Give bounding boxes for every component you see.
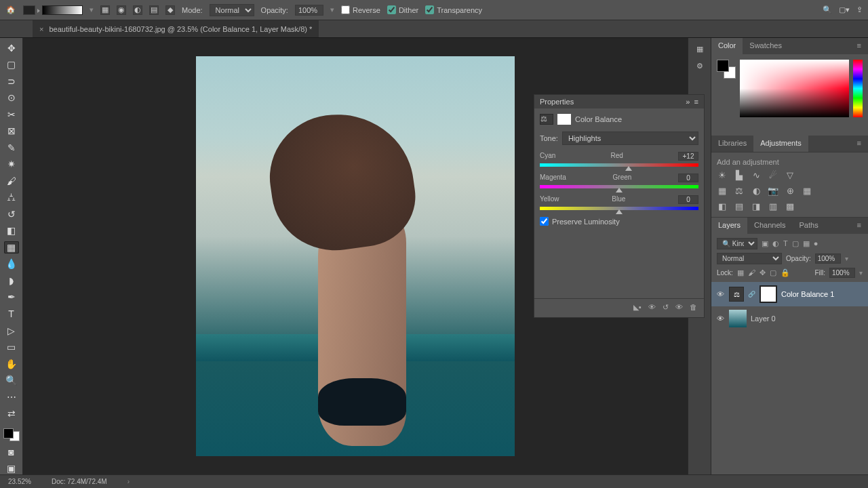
posterize-icon[interactable]: ▤	[734, 201, 745, 211]
blur-tool-icon[interactable]: 💧	[4, 258, 19, 270]
edit-toolbar-icon[interactable]: ⋯	[4, 391, 19, 403]
share-icon[interactable]: ⇪	[856, 5, 863, 14]
linear-gradient-icon[interactable]: ▦	[100, 5, 110, 15]
canvas[interactable]: Properties » ≡ ⚖ Color Balance Tone: Hig…	[23, 38, 688, 474]
filter-shape-icon[interactable]: ▢	[792, 239, 799, 248]
fill-input[interactable]	[829, 268, 855, 278]
panel-menu-icon[interactable]: ≡	[850, 218, 868, 234]
preserve-luminosity-checkbox[interactable]: Preserve Luminosity	[540, 217, 698, 226]
cyan-red-slider[interactable]	[540, 163, 698, 167]
layer-name[interactable]: Layer 0	[751, 314, 776, 323]
stamp-tool-icon[interactable]: ⛼	[4, 192, 19, 204]
healing-tool-icon[interactable]: ✷	[4, 159, 19, 171]
selective-color-icon[interactable]: ▩	[785, 201, 795, 211]
swap-colors-icon[interactable]: ⇄	[4, 407, 19, 420]
photo-filter-icon[interactable]: 📷	[768, 186, 778, 196]
link-icon[interactable]: 🔗	[748, 291, 755, 298]
properties-icon[interactable]: ⚙	[696, 62, 703, 70]
shape-tool-icon[interactable]: ▭	[4, 341, 19, 353]
tab-channels[interactable]: Channels	[747, 218, 792, 234]
gradient-tool-icon[interactable]: ▦	[4, 241, 19, 253]
filter-adjust-icon[interactable]: ◐	[772, 239, 779, 248]
yellow-blue-slider[interactable]	[540, 207, 698, 210]
tab-swatches[interactable]: Swatches	[743, 38, 789, 54]
move-tool-icon[interactable]: ✥	[4, 42, 19, 54]
eraser-tool-icon[interactable]: ◧	[4, 225, 19, 237]
workspace-icon[interactable]: ▢▾	[839, 5, 850, 14]
gradient-map-icon[interactable]: ▥	[768, 201, 778, 211]
layer-thumb[interactable]	[729, 310, 747, 327]
levels-icon[interactable]: ▙	[734, 170, 745, 180]
status-chevron-icon[interactable]: ›	[127, 478, 130, 485]
exposure-icon[interactable]: ☄	[768, 170, 778, 180]
file-tab[interactable]: × beautiful-beauty-bikini-1680732.jpg @ …	[33, 20, 319, 37]
gradient-preset-swatch[interactable]	[23, 5, 35, 15]
yellow-blue-value[interactable]	[678, 195, 698, 204]
hue-strip[interactable]	[853, 60, 863, 117]
crop-tool-icon[interactable]: ✂	[4, 108, 19, 121]
lock-transparency-icon[interactable]: ▦	[737, 268, 744, 277]
mask-thumb[interactable]	[760, 285, 777, 303]
adjustment-thumb[interactable]: ⚖	[729, 287, 744, 302]
channel-mixer-icon[interactable]: ⊕	[785, 186, 795, 196]
type-tool-icon[interactable]: T	[4, 308, 19, 320]
vibrance-icon[interactable]: ▽	[785, 170, 795, 180]
frame-tool-icon[interactable]: ⊠	[4, 125, 19, 138]
color-fgbg[interactable]	[717, 60, 736, 79]
brightness-icon[interactable]: ☀	[717, 170, 728, 180]
pen-tool-icon[interactable]: ✒	[4, 291, 19, 304]
tab-color[interactable]: Color	[711, 38, 743, 54]
lock-image-icon[interactable]: 🖌	[748, 268, 755, 277]
radial-gradient-icon[interactable]: ◉	[117, 5, 126, 15]
quickmask-icon[interactable]: ◙	[4, 446, 19, 458]
color-lookup-icon[interactable]: ▦	[802, 186, 812, 196]
reflected-gradient-icon[interactable]: ▤	[149, 5, 159, 15]
blend-mode-select[interactable]: Normal	[717, 253, 782, 264]
color-spectrum[interactable]	[740, 60, 849, 117]
clip-icon[interactable]: ◣▪	[633, 303, 642, 313]
filter-pixel-icon[interactable]: ▣	[762, 239, 768, 248]
lasso-tool-icon[interactable]: ⊃	[4, 75, 19, 87]
filter-smart-icon[interactable]: ▦	[803, 239, 810, 248]
lock-all-icon[interactable]: 🔒	[781, 268, 790, 277]
opacity-input[interactable]	[295, 5, 323, 16]
visibility-icon[interactable]: 👁	[717, 314, 725, 323]
lock-position-icon[interactable]: ✥	[760, 268, 766, 277]
magenta-green-value[interactable]	[678, 174, 698, 182]
filter-type-icon[interactable]: T	[783, 239, 788, 248]
lock-artboard-icon[interactable]: ▢	[770, 268, 776, 277]
magenta-green-slider[interactable]	[540, 185, 698, 188]
toggle-visibility-icon[interactable]: 👁	[675, 303, 683, 313]
filter-toggle-icon[interactable]: ●	[814, 239, 818, 248]
mode-select[interactable]: Normal	[210, 4, 254, 16]
delete-icon[interactable]: 🗑	[690, 303, 697, 313]
screenmode-icon[interactable]: ▣	[4, 462, 19, 474]
panel-menu-icon[interactable]: ≡	[850, 38, 868, 54]
brush-tool-icon[interactable]: 🖌	[4, 175, 19, 187]
reverse-checkbox[interactable]: Reverse	[341, 5, 380, 14]
path-select-tool-icon[interactable]: ▷	[4, 325, 19, 337]
curves-icon[interactable]: ∿	[751, 170, 762, 180]
angle-gradient-icon[interactable]: ◐	[133, 5, 142, 15]
home-icon[interactable]: 🏠	[5, 5, 16, 16]
close-tab-icon[interactable]: ×	[39, 25, 43, 33]
tone-select[interactable]: Highlights	[562, 131, 698, 145]
tab-adjustments[interactable]: Adjustments	[753, 136, 808, 152]
panel-menu-icon[interactable]: ≡	[694, 98, 698, 106]
tab-layers[interactable]: Layers	[711, 218, 747, 234]
hand-tool-icon[interactable]: ✋	[4, 358, 19, 370]
cyan-red-value[interactable]	[678, 152, 698, 161]
bw-icon[interactable]: ◐	[751, 186, 762, 196]
invert-icon[interactable]: ◧	[717, 201, 728, 211]
marquee-tool-icon[interactable]: ▢	[4, 59, 19, 71]
color-balance-icon[interactable]: ⚖	[734, 186, 745, 196]
collapse-icon[interactable]: »	[686, 98, 690, 106]
hue-sat-icon[interactable]: ▦	[717, 186, 728, 196]
quick-select-tool-icon[interactable]: ⊙	[4, 92, 19, 104]
history-brush-tool-icon[interactable]: ↺	[4, 208, 19, 220]
panel-menu-icon[interactable]: ≡	[850, 136, 868, 152]
transparency-checkbox[interactable]: Transparency	[425, 5, 482, 14]
layer-item[interactable]: 👁 Layer 0	[711, 306, 868, 331]
dither-checkbox[interactable]: Dither	[387, 5, 418, 14]
reset-icon[interactable]: ↺	[663, 303, 669, 313]
